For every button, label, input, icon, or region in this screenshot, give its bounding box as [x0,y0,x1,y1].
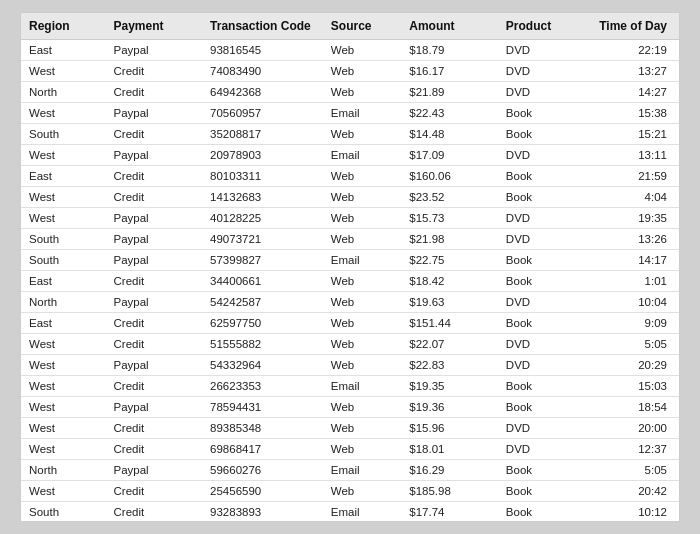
cell-transaction: 93283893 [202,502,323,523]
cell-product: DVD [498,334,583,355]
cell-region: North [21,460,106,481]
cell-product: DVD [498,439,583,460]
cell-source: Web [323,271,401,292]
cell-amount: $160.06 [401,166,498,187]
cell-amount: $19.36 [401,397,498,418]
cell-timeofday: 13:27 [582,61,679,82]
table-row: SouthCredit35208817Web$14.48Book15:21 [21,124,679,145]
cell-region: West [21,103,106,124]
cell-source: Web [323,229,401,250]
cell-payment: Paypal [106,208,203,229]
cell-transaction: 93816545 [202,40,323,61]
cell-payment: Paypal [106,250,203,271]
cell-source: Web [323,313,401,334]
cell-payment: Paypal [106,229,203,250]
cell-source: Web [323,397,401,418]
cell-timeofday: 19:35 [582,208,679,229]
cell-amount: $22.75 [401,250,498,271]
cell-region: East [21,313,106,334]
cell-product: DVD [498,418,583,439]
cell-product: Book [498,376,583,397]
cell-payment: Paypal [106,40,203,61]
cell-product: DVD [498,292,583,313]
table-row: SouthCredit93283893Email$17.74Book10:12 [21,502,679,523]
cell-source: Web [323,481,401,502]
cell-product: Book [498,397,583,418]
table-row: EastCredit34400661Web$18.42Book1:01 [21,271,679,292]
cell-amount: $16.29 [401,460,498,481]
cell-transaction: 80103311 [202,166,323,187]
cell-amount: $21.89 [401,82,498,103]
header-payment: Payment [106,13,203,40]
cell-payment: Paypal [106,103,203,124]
cell-amount: $22.43 [401,103,498,124]
header-source: Source [323,13,401,40]
cell-amount: $18.01 [401,439,498,460]
cell-region: West [21,145,106,166]
table-row: EastCredit62597750Web$151.44Book9:09 [21,313,679,334]
cell-region: North [21,82,106,103]
cell-timeofday: 15:03 [582,376,679,397]
table-row: WestCredit26623353Email$19.35Book15:03 [21,376,679,397]
header-amount: Amount [401,13,498,40]
cell-payment: Credit [106,334,203,355]
cell-timeofday: 15:21 [582,124,679,145]
cell-product: Book [498,271,583,292]
cell-region: East [21,40,106,61]
cell-timeofday: 5:05 [582,334,679,355]
cell-payment: Paypal [106,355,203,376]
table-row: WestCredit51555882Web$22.07DVD5:05 [21,334,679,355]
cell-amount: $15.96 [401,418,498,439]
table-row: WestCredit25456590Web$185.98Book20:42 [21,481,679,502]
cell-timeofday: 13:26 [582,229,679,250]
table-row: WestCredit14132683Web$23.52Book4:04 [21,187,679,208]
cell-region: West [21,355,106,376]
cell-transaction: 35208817 [202,124,323,145]
table-row: WestPaypal78594431Web$19.36Book18:54 [21,397,679,418]
cell-payment: Credit [106,439,203,460]
cell-timeofday: 12:37 [582,439,679,460]
table-row: WestCredit69868417Web$18.01DVD12:37 [21,439,679,460]
cell-source: Email [323,376,401,397]
cell-transaction: 59660276 [202,460,323,481]
cell-source: Web [323,355,401,376]
cell-timeofday: 14:17 [582,250,679,271]
cell-transaction: 78594431 [202,397,323,418]
cell-transaction: 14132683 [202,187,323,208]
cell-product: DVD [498,61,583,82]
table-row: WestPaypal54332964Web$22.83DVD20:29 [21,355,679,376]
cell-product: DVD [498,82,583,103]
table-row: WestCredit74083490Web$16.17DVD13:27 [21,61,679,82]
cell-transaction: 26623353 [202,376,323,397]
cell-transaction: 69868417 [202,439,323,460]
cell-product: DVD [498,355,583,376]
cell-transaction: 54242587 [202,292,323,313]
cell-source: Web [323,439,401,460]
cell-amount: $18.79 [401,40,498,61]
cell-amount: $22.07 [401,334,498,355]
cell-timeofday: 20:42 [582,481,679,502]
cell-timeofday: 21:59 [582,166,679,187]
cell-payment: Credit [106,313,203,334]
cell-product: Book [498,166,583,187]
cell-source: Email [323,502,401,523]
table-row: NorthPaypal54242587Web$19.63DVD10:04 [21,292,679,313]
cell-amount: $21.98 [401,229,498,250]
table-row: SouthPaypal49073721Web$21.98DVD13:26 [21,229,679,250]
header-timeofday: Time of Day [582,13,679,40]
cell-transaction: 74083490 [202,61,323,82]
table-row: SouthPaypal57399827Email$22.75Book14:17 [21,250,679,271]
cell-region: West [21,208,106,229]
cell-timeofday: 14:27 [582,82,679,103]
cell-product: Book [498,313,583,334]
data-table[interactable]: Region Payment Transaction Code Source A… [20,12,680,522]
cell-region: South [21,229,106,250]
cell-product: Book [498,502,583,523]
cell-timeofday: 20:29 [582,355,679,376]
cell-transaction: 51555882 [202,334,323,355]
cell-source: Web [323,418,401,439]
cell-payment: Credit [106,61,203,82]
cell-source: Web [323,187,401,208]
cell-timeofday: 10:12 [582,502,679,523]
cell-transaction: 49073721 [202,229,323,250]
